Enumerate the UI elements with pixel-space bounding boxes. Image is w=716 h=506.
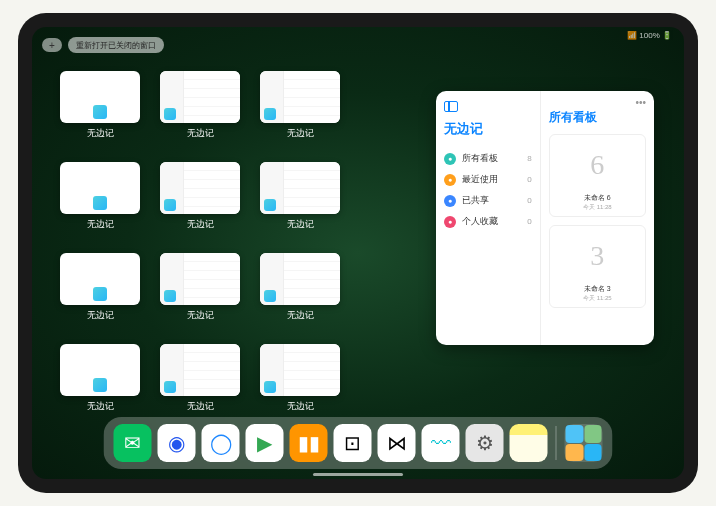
sidebar-item-icon: ● [444, 216, 456, 228]
sidebar-item-icon: ● [444, 195, 456, 207]
dock-app-freeform[interactable]: 〰 [422, 424, 460, 462]
board-card[interactable]: 3 未命名 3 今天 11:25 [549, 225, 646, 308]
board-preview: 6 [554, 139, 641, 191]
window-label: 无边记 [187, 218, 214, 231]
sidebar-item-label: 已共享 [462, 194, 489, 207]
sidebar-item[interactable]: ● 所有看板 8 [444, 148, 532, 169]
window-label: 无边记 [287, 218, 314, 231]
sidebar-toggle-icon[interactable] [444, 101, 458, 112]
home-indicator[interactable] [313, 473, 403, 476]
dock-app-notes[interactable] [510, 424, 548, 462]
dock-app-books[interactable]: ▮▮ [290, 424, 328, 462]
dock-app-connect[interactable]: ⋈ [378, 424, 416, 462]
top-controls: + 重新打开已关闭的窗口 [42, 37, 164, 53]
screen: 📶 100% 🔋 + 重新打开已关闭的窗口 无边记无边记无边记无边记无边记无边记… [32, 27, 684, 479]
board-date: 今天 11:25 [554, 294, 641, 303]
sidebar-item-count: 0 [527, 217, 531, 226]
panel-boards: 所有看板 6 未命名 6 今天 11:283 未命名 3 今天 11:25 [541, 91, 654, 345]
sidebar-item[interactable]: ● 最近使用 0 [444, 169, 532, 190]
board-name: 未命名 6 [554, 191, 641, 203]
reopen-closed-window-button[interactable]: 重新打开已关闭的窗口 [68, 37, 164, 53]
window-label: 无边记 [87, 218, 114, 231]
dock-app-settings[interactable]: ⚙ [466, 424, 504, 462]
panel-sidebar: 无边记 ● 所有看板 8● 最近使用 0● 已共享 0● 个人收藏 0 [436, 91, 541, 345]
sidebar-item-count: 8 [527, 154, 531, 163]
board-date: 今天 11:28 [554, 203, 641, 212]
window-label: 无边记 [187, 127, 214, 140]
window-thumbnail[interactable]: 无边记 [260, 71, 340, 140]
dock-recent-apps[interactable] [565, 424, 603, 462]
app-switcher-grid: 无边记无边记无边记无边记无边记无边记无边记无边记无边记无边记无边记无边记 [60, 71, 440, 413]
sidebar-item-count: 0 [527, 175, 531, 184]
new-window-button[interactable]: + [42, 38, 62, 52]
sidebar-item[interactable]: ● 已共享 0 [444, 190, 532, 211]
dock-app-play[interactable]: ▶ [246, 424, 284, 462]
dock-app-wechat[interactable]: ✉ [114, 424, 152, 462]
window-label: 无边记 [187, 309, 214, 322]
dock-app-dice[interactable]: ⊡ [334, 424, 372, 462]
dock: ✉◉◯▶▮▮⊡⋈〰⚙ [104, 417, 613, 469]
window-label: 无边记 [87, 309, 114, 322]
status-bar: 📶 100% 🔋 [627, 31, 672, 40]
more-icon[interactable]: ••• [635, 97, 646, 108]
window-thumbnail[interactable]: 无边记 [260, 162, 340, 231]
window-thumbnail[interactable]: 无边记 [60, 253, 140, 322]
window-label: 无边记 [287, 400, 314, 413]
window-thumbnail[interactable]: 无边记 [160, 71, 240, 140]
ipad-frame: 📶 100% 🔋 + 重新打开已关闭的窗口 无边记无边记无边记无边记无边记无边记… [18, 13, 698, 493]
board-card[interactable]: 6 未命名 6 今天 11:28 [549, 134, 646, 217]
sidebar-item[interactable]: ● 个人收藏 0 [444, 211, 532, 232]
panel-right-title: 所有看板 [549, 109, 646, 126]
sidebar-item-label: 个人收藏 [462, 215, 498, 228]
window-thumbnail[interactable]: 无边记 [60, 71, 140, 140]
window-label: 无边记 [287, 127, 314, 140]
window-thumbnail[interactable]: 无边记 [260, 253, 340, 322]
window-label: 无边记 [87, 400, 114, 413]
window-thumbnail[interactable]: 无边记 [160, 344, 240, 413]
sidebar-item-label: 最近使用 [462, 173, 498, 186]
window-label: 无边记 [287, 309, 314, 322]
sidebar-item-count: 0 [527, 196, 531, 205]
board-name: 未命名 3 [554, 282, 641, 294]
window-label: 无边记 [87, 127, 114, 140]
window-thumbnail[interactable]: 无边记 [160, 253, 240, 322]
panel-title: 无边记 [444, 120, 532, 138]
sidebar-item-icon: ● [444, 174, 456, 186]
dock-app-qqbrowser[interactable]: ◯ [202, 424, 240, 462]
freeform-panel[interactable]: ••• 无边记 ● 所有看板 8● 最近使用 0● 已共享 0● 个人收藏 0 … [436, 91, 654, 345]
window-label: 无边记 [187, 400, 214, 413]
board-preview: 3 [554, 230, 641, 282]
dock-app-quark[interactable]: ◉ [158, 424, 196, 462]
sidebar-item-label: 所有看板 [462, 152, 498, 165]
sidebar-item-icon: ● [444, 153, 456, 165]
window-thumbnail[interactable]: 无边记 [160, 162, 240, 231]
dock-separator [556, 426, 557, 460]
window-thumbnail[interactable]: 无边记 [60, 344, 140, 413]
window-thumbnail[interactable]: 无边记 [260, 344, 340, 413]
window-thumbnail[interactable]: 无边记 [60, 162, 140, 231]
